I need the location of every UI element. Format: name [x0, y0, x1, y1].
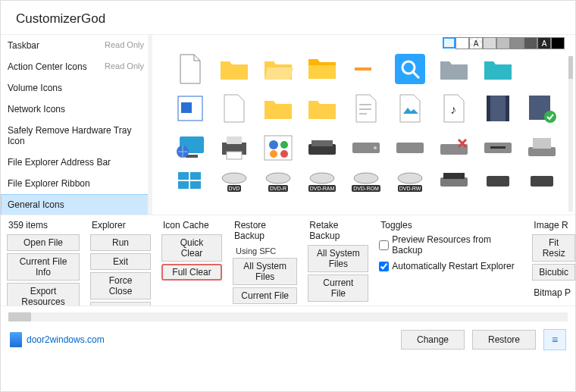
drive-slot-icon[interactable]	[483, 133, 513, 163]
folder-grey-icon[interactable]	[439, 54, 469, 84]
folder-teal-icon[interactable]	[483, 54, 513, 84]
dvd-rom-icon[interactable]	[351, 172, 381, 184]
drive-tray-icon[interactable]	[439, 172, 469, 190]
auto-restart-checkbox[interactable]	[379, 262, 389, 271]
icon-grid-scrollbar[interactable]	[568, 56, 573, 212]
restore-all-system-button[interactable]: All System Files	[233, 258, 297, 285]
svg-point-40	[222, 173, 246, 183]
dvd-ram-icon[interactable]	[307, 172, 337, 184]
file-generic-icon[interactable]	[219, 93, 249, 124]
svg-point-29	[374, 146, 377, 149]
change-button[interactable]: Change	[401, 330, 465, 350]
music-file-icon[interactable]: ♪	[439, 93, 469, 124]
swatch-checker[interactable]: A	[469, 37, 483, 49]
drive-compact2-icon[interactable]	[527, 172, 557, 190]
printer-icon[interactable]	[219, 133, 249, 163]
restart-button[interactable]: Restart	[90, 302, 151, 306]
export-resources-button[interactable]: Export Resources	[7, 283, 80, 306]
sidebar-item-network[interactable]: Network Icons	[1, 99, 152, 120]
blank-page-icon[interactable]	[175, 54, 205, 84]
horizontal-scrollbar[interactable]	[8, 312, 568, 321]
svg-rect-12	[506, 96, 509, 121]
dvd-rw-label: DVD-RW	[398, 185, 423, 192]
sidebar-item-general[interactable]: General Icons	[1, 194, 152, 215]
monitor-globe-icon[interactable]	[175, 133, 205, 163]
force-close-button[interactable]: Force Close	[90, 272, 151, 299]
svg-rect-1	[395, 54, 425, 84]
dvd-label: DVD	[227, 185, 242, 192]
sidebar-item-taskbar[interactable]: TaskbarRead Only	[1, 35, 152, 56]
exit-button[interactable]: Exit	[90, 253, 151, 270]
open-file-button[interactable]: Open File	[7, 234, 80, 251]
app-window-icon[interactable]	[175, 93, 205, 124]
drive-eject-icon[interactable]	[527, 133, 557, 163]
dvd-r-icon[interactable]	[263, 172, 293, 184]
picture-file-icon[interactable]	[395, 93, 425, 124]
video-file-ok-icon[interactable]	[527, 93, 557, 124]
dvd-icon[interactable]	[219, 172, 249, 184]
swatch-dark[interactable]: A	[537, 37, 551, 49]
swatch-grey4[interactable]	[524, 37, 537, 49]
windows-logo-icon[interactable]	[175, 172, 205, 190]
explorer-heading: Explorer	[90, 220, 151, 230]
restore-current-file-button[interactable]: Current File	[233, 287, 297, 304]
folder-yellow-icon[interactable]	[263, 93, 293, 124]
background-swatches: A A	[152, 35, 575, 49]
drive-compact-icon[interactable]	[483, 172, 513, 190]
footer: door2windows.com Change Restore ≡	[1, 321, 575, 350]
swatch-grey1[interactable]	[483, 37, 496, 49]
video-file-icon[interactable]	[483, 93, 513, 124]
sidebar-item-safely-remove[interactable]: Safely Remove Hardware Tray Icon	[1, 120, 152, 152]
swatch-lightblue[interactable]	[443, 37, 455, 49]
svg-point-44	[398, 173, 422, 183]
preview-backup-toggle[interactable]: Preview Resources from Backup	[379, 234, 521, 256]
svg-rect-46	[443, 173, 465, 179]
run-button[interactable]: Run	[90, 234, 151, 251]
sidebar-item-addressbar[interactable]: File Explorer Address Bar	[1, 152, 152, 173]
col-image-resize: Image R Fit Resiz Bicubic Bitmap P	[532, 220, 575, 303]
swatch-grey3[interactable]	[510, 37, 524, 49]
swatch-grey2[interactable]	[496, 37, 510, 49]
text-file-icon[interactable]	[351, 93, 381, 124]
dvd-r-label: DVD-R	[268, 185, 288, 192]
retake-all-button[interactable]: All System Files	[308, 245, 368, 272]
drive-grey-icon[interactable]	[351, 133, 381, 163]
dvd-rw-icon[interactable]	[395, 172, 425, 184]
preview-backup-checkbox[interactable]	[379, 240, 389, 250]
bicubic-button[interactable]: Bicubic	[532, 264, 575, 281]
drive-remove-icon[interactable]	[439, 133, 469, 163]
icon-grid[interactable]: ♪ DVD DVD-R DVD-RAM	[152, 49, 575, 215]
action-columns: 359 items Open File Current File Info Ex…	[1, 215, 575, 306]
svg-point-25	[280, 150, 288, 158]
folder-yellow2-icon[interactable]	[307, 93, 337, 124]
sidebar-item-ribbon[interactable]: File Explorer Ribbon	[1, 173, 152, 194]
svg-rect-47	[487, 176, 509, 187]
search-tile-icon[interactable]	[395, 54, 425, 84]
quick-clear-button[interactable]: Quick Clear	[161, 234, 222, 262]
current-file-info-button[interactable]: Current File Info	[7, 253, 80, 281]
minimize-icon[interactable]	[351, 54, 381, 84]
svg-point-14	[544, 111, 556, 123]
svg-point-24	[270, 150, 277, 158]
auto-restart-toggle[interactable]: Automatically Restart Explorer	[379, 261, 521, 271]
drive-grey2-icon[interactable]	[395, 133, 425, 163]
website-link[interactable]: door2windows.com	[10, 332, 105, 347]
folder-open-icon[interactable]	[263, 54, 293, 84]
folder-front-icon[interactable]	[307, 54, 337, 84]
drive-dark-icon[interactable]	[307, 133, 337, 163]
swatch-white[interactable]	[455, 37, 469, 49]
restore-button[interactable]: Restore	[472, 330, 536, 350]
svg-rect-35	[533, 138, 551, 149]
sidebar-item-action-center[interactable]: Action Center IconsRead Only	[1, 56, 152, 77]
svg-point-41	[266, 173, 290, 183]
retake-backup-heading: Retake Backup	[308, 220, 368, 241]
full-clear-button[interactable]: Full Clear	[161, 264, 222, 281]
swatch-black[interactable]	[551, 37, 565, 49]
control-panel-icon[interactable]	[263, 133, 293, 163]
menu-button[interactable]: ≡	[543, 329, 566, 350]
retake-current-button[interactable]: Current File	[308, 274, 368, 302]
sidebar-item-volume[interactable]: Volume Icons	[1, 77, 152, 99]
svg-rect-38	[178, 181, 189, 189]
folder-closed-icon[interactable]	[219, 54, 249, 84]
fit-resize-button[interactable]: Fit Resiz	[532, 234, 575, 262]
